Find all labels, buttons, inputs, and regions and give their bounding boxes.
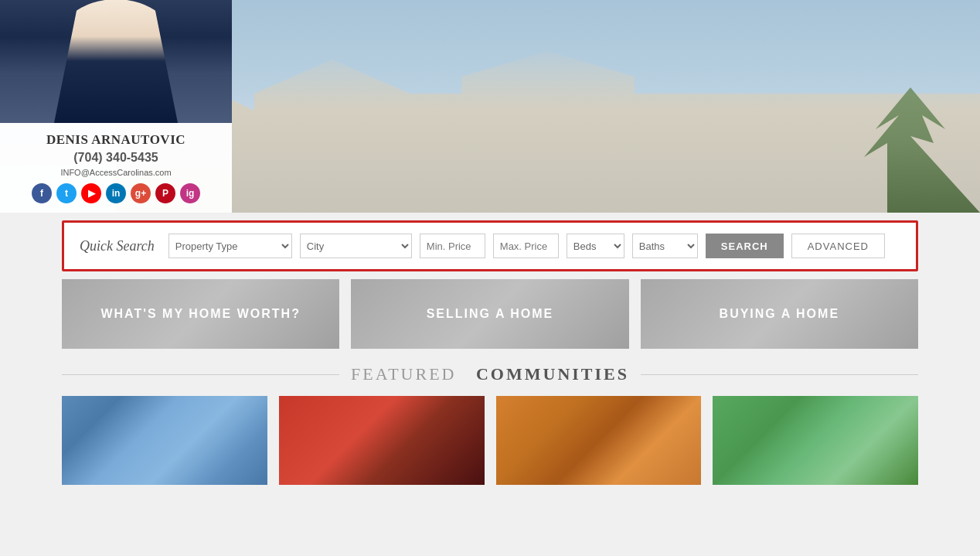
featured-title: FEATURED COMMUNITIES — [351, 364, 629, 384]
baths-select[interactable]: Baths 1+ 2+ 3+ 4+ — [632, 234, 698, 258]
agent-email: INFO@AccessCarolinas.com — [60, 168, 171, 177]
instagram-icon[interactable]: ig — [180, 183, 200, 203]
agent-info: DENIS ARNAUTOVIC (704) 340-5435 INFO@Acc… — [0, 123, 232, 213]
search-button[interactable]: SEARCH — [706, 234, 784, 258]
community-card-4[interactable] — [713, 396, 918, 485]
property-type-select[interactable]: Property Type Residential Commercial Con… — [168, 234, 292, 258]
home-worth-banner[interactable]: WHAT'S MY HOME WORTH? — [62, 279, 339, 349]
twitter-icon[interactable]: t — [56, 183, 77, 203]
agent-name: DENIS ARNAUTOVIC — [46, 132, 185, 148]
buying-label: BUYING A HOME — [720, 307, 839, 321]
facebook-icon[interactable]: f — [32, 183, 52, 203]
featured-header: FEATURED COMMUNITIES — [62, 364, 918, 384]
max-price-input[interactable] — [493, 234, 559, 258]
home-worth-label: WHAT'S MY HOME WORTH? — [100, 307, 301, 321]
selling-banner[interactable]: SELLING A HOME — [351, 279, 628, 349]
linkedin-icon[interactable]: in — [106, 183, 126, 203]
quick-search-label: Quick Search — [80, 238, 155, 254]
agent-photo — [0, 0, 232, 123]
community-grid — [62, 396, 918, 485]
city-select[interactable]: City Charlotte Raleigh Durham — [300, 234, 412, 258]
hero-section: DENIS ARNAUTOVIC (704) 340-5435 INFO@Acc… — [0, 0, 980, 213]
quick-search-bar: Quick Search Property Type Residential C… — [62, 220, 918, 271]
action-banners: WHAT'S MY HOME WORTH? SELLING A HOME BUY… — [62, 279, 918, 349]
featured-communities-section: FEATURED COMMUNITIES — [62, 364, 918, 485]
community-card-3[interactable] — [496, 396, 702, 485]
beds-select[interactable]: Beds 1+ 2+ 3+ 4+ 5+ — [567, 234, 624, 258]
min-price-input[interactable] — [420, 234, 485, 258]
buying-banner[interactable]: BUYING A HOME — [641, 279, 918, 349]
pinterest-icon[interactable]: P — [155, 183, 175, 203]
selling-label: SELLING A HOME — [427, 307, 554, 321]
googleplus-icon[interactable]: g+ — [131, 183, 151, 203]
social-icons-row: f t ▶ in g+ P ig — [32, 183, 200, 203]
youtube-icon[interactable]: ▶ — [81, 183, 101, 203]
agent-card: DENIS ARNAUTOVIC (704) 340-5435 INFO@Acc… — [0, 0, 232, 213]
featured-line-right — [641, 374, 918, 375]
featured-line-left — [62, 374, 339, 375]
agent-phone: (704) 340-5435 — [73, 151, 158, 165]
advanced-button[interactable]: ADVANCED — [791, 234, 885, 258]
community-card-1[interactable] — [62, 396, 267, 485]
agent-suit-shape — [54, 0, 178, 123]
community-card-2[interactable] — [279, 396, 485, 485]
